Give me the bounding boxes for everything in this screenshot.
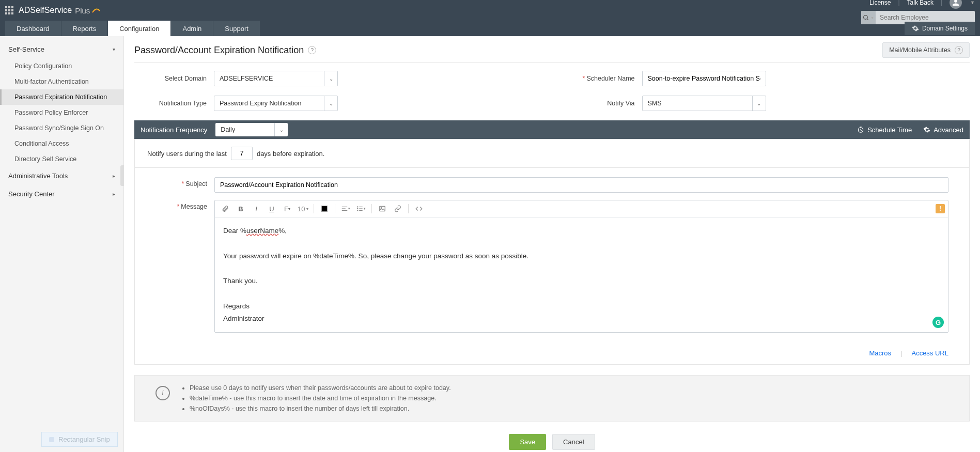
- tab-configuration[interactable]: Configuration: [108, 21, 171, 36]
- snip-dot-icon: [49, 437, 54, 442]
- font-size-value: 10: [298, 205, 305, 213]
- brand-suffix: Plus: [75, 6, 90, 15]
- compose-links: Macros | Access URL: [135, 349, 969, 364]
- info-item: %noOfDays% - use this macro to insert th…: [190, 403, 451, 414]
- mail-mobile-attributes-button[interactable]: Mail/Mobile Attributes ?: [882, 42, 970, 58]
- image-icon[interactable]: [375, 202, 390, 215]
- access-url-link[interactable]: Access URL: [911, 349, 948, 357]
- body-line-4: Regards: [223, 300, 940, 313]
- info-item: %dateTime% - use this macro to insert th…: [190, 393, 451, 403]
- talkback-link[interactable]: Talk Back: [907, 0, 934, 6]
- search-button[interactable]: ▼: [861, 11, 876, 24]
- sidebar-section-self-service[interactable]: Self-Service ▾: [0, 40, 123, 58]
- italic-icon[interactable]: I: [249, 202, 263, 215]
- cancel-button[interactable]: Cancel: [552, 434, 595, 450]
- warning-icon[interactable]: !: [936, 204, 945, 213]
- text-color-icon[interactable]: [317, 202, 332, 215]
- logo-swoosh-icon: [92, 6, 100, 14]
- list-icon[interactable]: ▾: [354, 202, 368, 215]
- sidebar-item-conditional-access[interactable]: Conditional Access: [0, 136, 123, 151]
- tab-admin[interactable]: Admin: [171, 21, 213, 36]
- underline-icon[interactable]: U: [265, 202, 279, 215]
- bold-icon[interactable]: B: [234, 202, 248, 215]
- tab-support[interactable]: Support: [213, 21, 260, 36]
- license-link[interactable]: License: [869, 0, 891, 6]
- compose-area: *Subject *Message B I U F▾: [135, 168, 969, 349]
- toolbar-separator: [371, 204, 372, 213]
- save-button[interactable]: Save: [509, 434, 546, 450]
- attachment-icon[interactable]: [218, 202, 232, 215]
- select-domain-dropdown[interactable]: ADSELFSERVICE ⌄: [214, 71, 338, 86]
- toolbar-separator: [335, 204, 335, 213]
- divider: [134, 62, 970, 63]
- notify-days-input[interactable]: [231, 147, 253, 160]
- advanced-button[interactable]: Advanced: [923, 126, 963, 134]
- align-icon[interactable]: ▾: [338, 202, 353, 215]
- page-title: Password/Account Expiration Notification: [134, 45, 304, 56]
- caret-down-icon[interactable]: ▼: [970, 0, 975, 5]
- sidebar-section-label: Security Center: [8, 190, 55, 198]
- frequency-left: Notification Frequency Daily ⌄: [141, 123, 288, 136]
- tab-dashboard[interactable]: Dashboard: [5, 21, 61, 36]
- scheduler-name-label: *Scheduler Name: [563, 75, 635, 82]
- form-grid: Select Domain ADSELFSERVICE ⌄ *Scheduler…: [134, 71, 970, 111]
- gear-icon: [923, 126, 930, 133]
- message-row: *Message B I U F▾ 10▾: [155, 200, 948, 333]
- search-input[interactable]: [876, 14, 975, 21]
- body-line-2: Your password will expire on %dateTime%.…: [223, 250, 940, 262]
- sidebar-section-security-center[interactable]: Security Center ▸: [0, 185, 123, 203]
- scheduler-name-input[interactable]: [642, 71, 766, 86]
- svg-rect-12: [380, 206, 385, 211]
- frequency-bar: Notification Frequency Daily ⌄ Schedule …: [134, 120, 970, 139]
- sidebar: Self-Service ▾ Policy Configuration Mult…: [0, 36, 124, 452]
- sidebar-item-policy-configuration[interactable]: Policy Configuration: [0, 58, 123, 74]
- topbar-left: ADSelfService Plus: [5, 6, 100, 15]
- editor-body[interactable]: Dear %userName%, Your password will expi…: [215, 217, 948, 332]
- sidebar-item-password-sync[interactable]: Password Sync/Single Sign On: [0, 120, 123, 136]
- font-family-icon[interactable]: F▾: [280, 202, 294, 215]
- link-icon[interactable]: [391, 202, 405, 215]
- brand-logo: ADSelfService Plus: [19, 6, 100, 15]
- chevron-down-icon: ⌄: [324, 96, 337, 111]
- notification-type-dropdown[interactable]: Password Expiry Notification ⌄: [214, 96, 338, 111]
- topbar: ADSelfService Plus License | Talk Back |…: [0, 0, 980, 21]
- divider: |: [898, 0, 899, 6]
- frequency-right: Schedule Time Advanced: [857, 126, 963, 134]
- help-icon[interactable]: ?: [308, 46, 316, 54]
- schedule-time-button[interactable]: Schedule Time: [857, 126, 912, 134]
- sidebar-item-directory-self-service[interactable]: Directory Self Service: [0, 151, 123, 167]
- domain-settings-button[interactable]: Domain Settings: [905, 22, 975, 35]
- row-scheduler-name: *Scheduler Name: [563, 71, 970, 86]
- page-header: Password/Account Expiration Notification…: [134, 42, 970, 58]
- sidebar-section-admin-tools[interactable]: Administrative Tools ▸: [0, 167, 123, 185]
- grammarly-icon[interactable]: G: [932, 317, 944, 328]
- notification-type-value: Password Expiry Notification: [214, 96, 324, 111]
- help-icon[interactable]: ?: [955, 46, 963, 54]
- sidebar-item-password-expiration[interactable]: Password Expiration Notification: [0, 89, 123, 105]
- notify-prefix: Notify users during the last: [147, 150, 227, 158]
- chevron-right-icon: ▸: [113, 191, 115, 197]
- row-select-domain: Select Domain ADSELFSERVICE ⌄: [134, 71, 542, 86]
- svg-line-1: [867, 19, 868, 20]
- brand-main: ADSelfService: [19, 6, 72, 15]
- chevron-down-icon: ▾: [113, 46, 115, 52]
- notify-via-dropdown[interactable]: SMS ⌄: [642, 96, 766, 111]
- frequency-value: Daily: [215, 123, 274, 136]
- page-title-row: Password/Account Expiration Notification…: [134, 45, 316, 56]
- select-domain-label: Select Domain: [134, 75, 207, 82]
- user-avatar[interactable]: [950, 0, 962, 9]
- frequency-dropdown[interactable]: Daily ⌄: [215, 123, 288, 136]
- link-separator: |: [900, 349, 902, 357]
- sidebar-item-password-policy[interactable]: Password Policy Enforcer: [0, 105, 123, 120]
- apps-grid-icon[interactable]: [5, 6, 13, 14]
- subject-input[interactable]: [214, 177, 948, 193]
- macros-link[interactable]: Macros: [869, 349, 891, 357]
- sidebar-item-mfa[interactable]: Multi-factor Authentication: [0, 74, 123, 89]
- tab-reports[interactable]: Reports: [61, 21, 108, 36]
- code-icon[interactable]: [412, 202, 426, 215]
- domain-settings-label: Domain Settings: [922, 25, 968, 32]
- notification-panel: Notify users during the last days before…: [134, 139, 970, 365]
- font-size-select[interactable]: 10▾: [295, 205, 310, 213]
- topbar-right: License | Talk Back | ▼ ▼: [861, 0, 975, 24]
- notify-via-value: SMS: [643, 96, 752, 111]
